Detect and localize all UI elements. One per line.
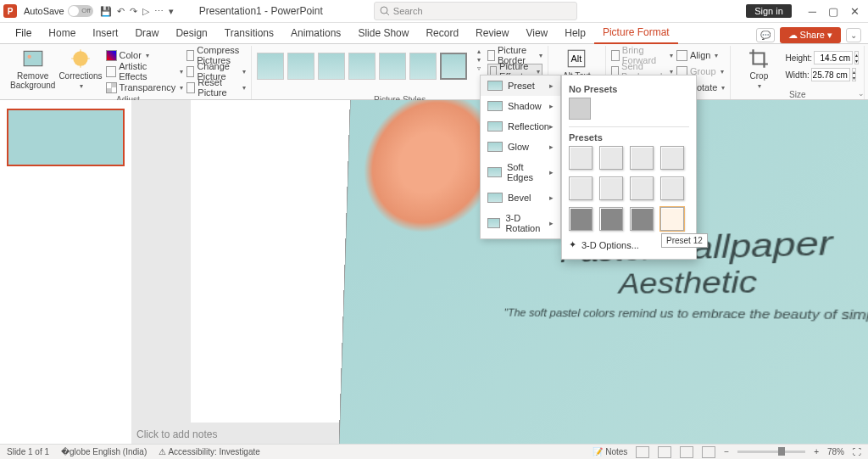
view-slideshow-icon[interactable] <box>702 446 715 458</box>
preset-panel: No Presets Presets ✦3-D Options... <box>561 75 697 260</box>
preset-7[interactable] <box>630 176 654 200</box>
preset-6[interactable] <box>599 176 623 200</box>
menu-shadow[interactable]: Shadow▸ <box>481 96 560 116</box>
zoom-value[interactable]: 78% <box>827 447 844 456</box>
preset-5[interactable] <box>569 176 593 200</box>
preset-4[interactable] <box>660 146 684 170</box>
menu-reflection[interactable]: Reflection▸ <box>481 116 560 137</box>
start-slideshow-icon[interactable]: ▷ <box>142 6 149 17</box>
autosave-toggle[interactable]: Off <box>68 5 93 17</box>
style-thumb[interactable] <box>409 53 437 80</box>
notes-placeholder[interactable]: Click to add notes <box>136 428 217 440</box>
style-thumb[interactable] <box>348 53 376 80</box>
zoom-slider[interactable] <box>737 451 805 453</box>
reset-picture-button[interactable]: Reset Picture▾ <box>186 80 246 95</box>
tab-record[interactable]: Record <box>417 24 467 43</box>
fit-to-window-icon[interactable]: ⛶ <box>853 447 861 456</box>
view-reading-icon[interactable] <box>680 446 693 458</box>
redo-icon[interactable]: ↷ <box>130 6 137 17</box>
gallery-more-icon[interactable]: ▿ <box>477 64 481 72</box>
preset-8[interactable] <box>660 176 684 200</box>
width-field[interactable]: Width:▴▾ <box>785 68 859 81</box>
menu-soft-edges[interactable]: Soft Edges▸ <box>481 157 560 188</box>
gallery-up-icon[interactable]: ▴ <box>477 48 481 55</box>
slide-counter[interactable]: Slide 1 of 1 <box>7 447 49 456</box>
remove-background-button[interactable]: Remove Background <box>10 48 55 90</box>
height-input[interactable] <box>814 51 853 64</box>
signin-button[interactable]: Sign in <box>746 4 792 18</box>
menu-preset[interactable]: Preset▸ <box>481 76 560 96</box>
svg-rect-2 <box>24 51 42 65</box>
ribbon: Remove Background Corrections▾ Color▾ Ar… <box>0 44 868 100</box>
style-thumb[interactable] <box>379 53 406 80</box>
spinner-up-icon[interactable]: ▴ <box>855 52 858 58</box>
style-thumb[interactable] <box>318 53 345 80</box>
svg-point-0 <box>381 7 387 14</box>
tab-picture-format[interactable]: Picture Format <box>594 23 678 44</box>
preset-icon <box>487 81 503 91</box>
preset-none[interactable] <box>569 98 591 120</box>
view-sorter-icon[interactable] <box>658 446 671 458</box>
qat-more-icon[interactable]: ⋯ <box>154 6 164 17</box>
preset-12[interactable] <box>660 207 684 231</box>
tab-home[interactable]: Home <box>40 24 84 43</box>
style-thumb[interactable] <box>287 53 314 80</box>
style-thumb[interactable] <box>257 53 284 80</box>
maximize-icon[interactable]: ▢ <box>828 5 838 18</box>
preset-2[interactable] <box>599 146 623 170</box>
preset-11[interactable] <box>630 207 654 231</box>
share-button[interactable]: ☁ Share ▾ <box>780 27 841 43</box>
menu-bevel[interactable]: Bevel▸ <box>481 188 560 208</box>
comments-button[interactable]: 💬 <box>756 28 775 42</box>
zoom-out-icon[interactable]: − <box>724 447 729 456</box>
undo-icon[interactable]: ↶ <box>117 6 125 17</box>
tab-animations[interactable]: Animations <box>282 24 349 43</box>
style-thumb[interactable] <box>440 53 467 80</box>
preset-3[interactable] <box>630 146 654 170</box>
close-icon[interactable]: ✕ <box>850 5 860 18</box>
height-field[interactable]: Height:▴▾ <box>785 51 859 64</box>
qat-dropdown-icon[interactable]: ▾ <box>169 6 174 17</box>
preset-1[interactable] <box>569 146 593 170</box>
notes-button[interactable]: 📝 Notes <box>593 447 627 456</box>
tab-review[interactable]: Review <box>467 24 517 43</box>
menu-3d-rotation[interactable]: 3-D Rotation▸ <box>481 208 560 238</box>
save-icon[interactable]: 💾 <box>100 6 112 17</box>
width-input[interactable] <box>811 68 850 81</box>
search-box[interactable]: Search <box>374 2 577 20</box>
soft-edges-icon <box>487 167 502 177</box>
view-normal-icon[interactable] <box>636 446 649 458</box>
slide-thumbnail[interactable] <box>7 109 125 166</box>
transparency-button[interactable]: Transparency▾ <box>106 80 184 95</box>
change-pic-icon <box>186 66 194 77</box>
zoom-in-icon[interactable]: + <box>814 447 819 456</box>
border-icon <box>487 50 495 61</box>
transparency-icon <box>106 82 117 93</box>
tab-insert[interactable]: Insert <box>84 24 126 43</box>
artistic-effects-button[interactable]: Artistic Effects▾ <box>106 64 184 79</box>
spinner-down-icon[interactable]: ▾ <box>853 75 855 81</box>
crop-button[interactable]: Crop▾ <box>736 48 782 90</box>
menu-glow[interactable]: Glow▸ <box>481 137 560 157</box>
compress-icon <box>186 50 194 61</box>
minimize-icon[interactable]: ─ <box>809 5 816 18</box>
language-indicator[interactable]: �globe English (India) <box>61 447 147 456</box>
tab-help[interactable]: Help <box>556 24 594 43</box>
ribbon-collapse-icon[interactable]: ⌄ <box>846 28 861 42</box>
spinner-up-icon[interactable]: ▴ <box>853 69 855 75</box>
ribbon-options-icon[interactable]: ⌄ <box>858 89 865 98</box>
tab-file[interactable]: File <box>7 24 40 43</box>
tab-slideshow[interactable]: Slide Show <box>349 24 417 43</box>
align-button[interactable]: Align▾ <box>676 48 725 63</box>
tab-design[interactable]: Design <box>167 24 215 43</box>
corrections-button[interactable]: Corrections▾ <box>58 48 102 90</box>
group-label: Size <box>736 90 859 100</box>
spinner-down-icon[interactable]: ▾ <box>855 58 858 64</box>
preset-10[interactable] <box>599 207 623 231</box>
tab-draw[interactable]: Draw <box>126 24 167 43</box>
tab-transitions[interactable]: Transitions <box>216 24 282 43</box>
tab-view[interactable]: View <box>517 24 556 43</box>
accessibility-status[interactable]: ⚠ Accessibility: Investigate <box>159 447 260 456</box>
preset-9[interactable] <box>569 207 593 231</box>
gallery-down-icon[interactable]: ▾ <box>477 56 481 64</box>
